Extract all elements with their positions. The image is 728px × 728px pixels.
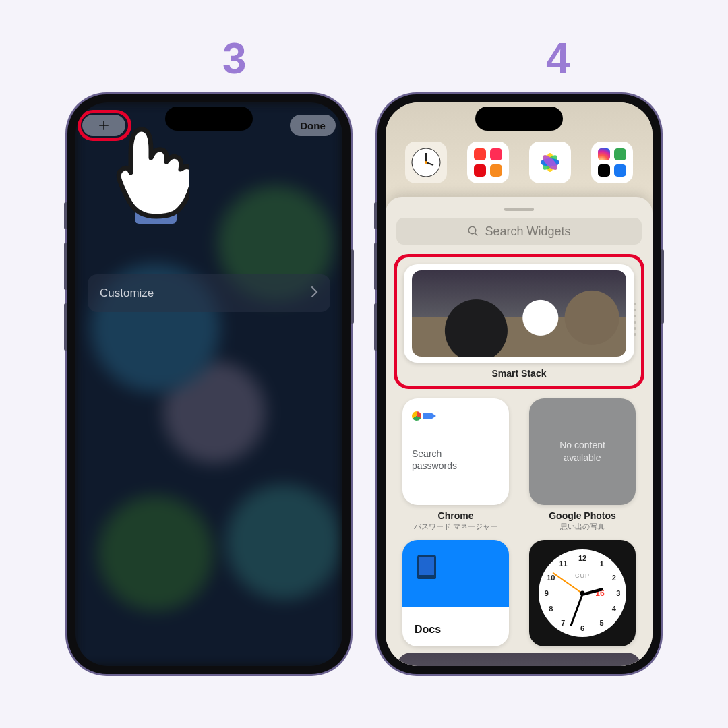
clock-numeral-6: 6 <box>580 624 584 632</box>
phone-step-4: Search Widgets Smart Stack Search <box>377 94 661 674</box>
clock-numeral-7: 7 <box>561 619 565 627</box>
search-placeholder: Search Widgets <box>485 224 570 239</box>
clock-center-pin <box>580 591 585 596</box>
plus-icon <box>98 119 110 131</box>
gphotos-subtitle: 思い出の写真 <box>560 522 605 532</box>
app-icon-photos[interactable] <box>529 142 571 183</box>
google-photos-widget-tile[interactable]: No content available Google Photos 思い出の写… <box>523 398 642 532</box>
clock-numeral-5: 5 <box>600 619 604 627</box>
clock-numeral-9: 9 <box>545 589 549 597</box>
notion-widget-card: Docs <box>402 540 509 646</box>
mute-switch <box>374 303 377 351</box>
phone-step-3: Done Customize <box>67 94 351 674</box>
clock-numeral-11: 11 <box>559 559 567 568</box>
chevron-right-icon <box>311 286 318 301</box>
chrome-widget-line2: passwords <box>412 460 509 473</box>
smart-stack-widget[interactable]: Smart Stack <box>394 254 644 389</box>
clock-widget-tile[interactable]: CUP 16 12 1 2 3 4 5 6 7 8 9 10 <box>523 540 642 666</box>
customize-row[interactable]: Customize <box>88 274 330 312</box>
clock-numeral-3: 3 <box>616 589 620 597</box>
step-3-label: 3 <box>222 34 247 84</box>
side-button <box>351 249 354 324</box>
widget-gallery-sheet: Search Widgets Smart Stack Search <box>386 197 653 666</box>
search-icon <box>467 225 479 237</box>
clock-numeral-1: 1 <box>600 559 604 568</box>
gphotos-line2: available <box>559 452 605 464</box>
blurred-home-wallpaper <box>75 102 342 666</box>
app-folder-media[interactable] <box>467 142 509 183</box>
customize-label: Customize <box>100 286 154 300</box>
gphotos-line1: No content <box>559 439 605 452</box>
done-button[interactable]: Done <box>290 115 336 136</box>
chrome-widget-card: Search passwords <box>402 398 509 505</box>
step-4-label: 4 <box>546 34 570 84</box>
next-widget-peek <box>396 653 642 666</box>
clock-numeral-4: 4 <box>612 605 616 613</box>
sheet-grabber[interactable] <box>504 208 534 211</box>
clock-minute-hand <box>570 594 583 626</box>
notion-docs-label: Docs <box>415 624 509 636</box>
volume-down-key <box>374 243 377 290</box>
volume-down-key <box>64 243 67 290</box>
clock-widget-card: CUP 16 12 1 2 3 4 5 6 7 8 9 10 <box>529 540 636 646</box>
home-apps-row <box>386 142 653 183</box>
notion-widget-tile[interactable]: Docs Notion ページ <box>396 540 515 666</box>
app-icon-clock[interactable] <box>405 142 447 183</box>
chrome-password-key-icon <box>412 409 436 423</box>
mute-switch <box>64 303 67 351</box>
clock-numeral-12: 12 <box>578 554 586 562</box>
search-widgets-field[interactable]: Search Widgets <box>396 218 642 245</box>
svg-point-4 <box>425 161 427 164</box>
add-widget-button[interactable] <box>82 115 125 136</box>
clock-face: CUP 16 12 1 2 3 4 5 6 7 8 9 10 <box>539 549 626 637</box>
chrome-widget-tile[interactable]: Search passwords Chrome パスワード マネージャー <box>396 398 515 532</box>
notion-docs-icon <box>417 555 436 579</box>
smart-stack-photo <box>412 270 626 357</box>
clock-numeral-8: 8 <box>549 605 553 613</box>
google-photos-widget-card: No content available <box>529 398 636 505</box>
gphotos-title: Google Photos <box>549 510 616 521</box>
clock-brand: CUP <box>575 572 590 579</box>
side-button <box>661 249 664 324</box>
chrome-widget-title: Chrome <box>438 510 474 521</box>
smart-stack-page-dots <box>632 270 638 368</box>
smart-stack-label: Smart Stack <box>404 368 634 379</box>
app-folder-social[interactable] <box>591 142 633 183</box>
volume-up-key <box>64 202 67 229</box>
chrome-widget-subtitle: パスワード マネージャー <box>414 522 497 532</box>
smart-stack-card <box>404 264 634 363</box>
clock-numeral-2: 2 <box>612 574 616 582</box>
chrome-widget-line1: Search <box>412 448 509 460</box>
volume-up-key <box>374 202 377 229</box>
